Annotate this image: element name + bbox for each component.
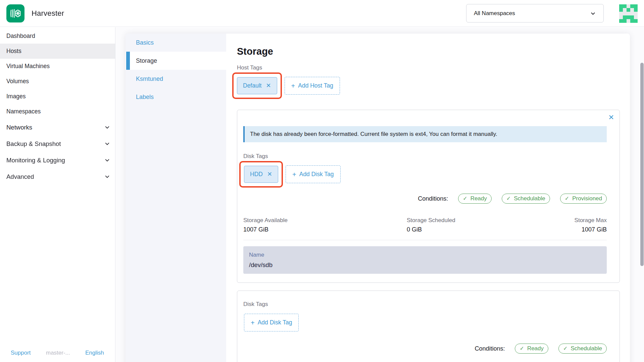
check-icon: ✓ xyxy=(506,195,511,202)
stat-storage-max: Storage Max 1007 GiB xyxy=(575,217,607,233)
language-link[interactable]: English xyxy=(85,350,104,356)
sidebar-group-monitoring-logging[interactable]: Monitoring & Logging xyxy=(0,152,115,168)
sidebar-footer: Support master-... English xyxy=(0,350,115,356)
add-host-tag-button[interactable]: + Add Host Tag xyxy=(285,77,340,95)
tab-label: Labels xyxy=(136,94,154,101)
disk-format-banner: The disk has already been force-formatte… xyxy=(243,126,607,142)
stat-storage-available: Storage Available 1007 GiB xyxy=(243,217,288,233)
sidebar-group-label: Advanced xyxy=(6,173,34,180)
stat-label: Storage Max xyxy=(575,217,607,224)
disk-card-2: Disk Tags + Add Disk Tag Conditions: ✓ R… xyxy=(237,291,620,362)
sidebar-item-label: Namespaces xyxy=(6,108,41,115)
disk-tag-chip-hdd[interactable]: HDD ✕ xyxy=(244,166,278,183)
sidebar-item-label: Virtual Machines xyxy=(6,63,50,70)
annotation-highlight-host-tag: Default ✕ xyxy=(232,72,282,99)
sidebar-item-volumes[interactable]: Volumes xyxy=(0,74,115,89)
harvester-logo-icon xyxy=(6,4,24,22)
sidebar-item-label: Dashboard xyxy=(6,33,35,40)
close-icon[interactable]: ✕ xyxy=(608,113,614,121)
support-link[interactable]: Support xyxy=(11,350,31,356)
annotation-highlight-disk-tag: HDD ✕ xyxy=(239,161,283,188)
tab-ksmtuned[interactable]: Ksmtuned xyxy=(126,70,226,88)
condition-badge-provisioned: ✓ Provisioned xyxy=(560,194,607,204)
storage-stats: Storage Available 1007 GiB Storage Sched… xyxy=(243,217,607,233)
tab-label: Basics xyxy=(136,39,154,46)
plus-icon: + xyxy=(292,171,296,177)
disk-tags-label: Disk Tags xyxy=(243,153,607,160)
storage-content: Storage Host Tags Default ✕ + Add Host T… xyxy=(226,34,630,362)
namespace-selector[interactable]: All Namespaces xyxy=(466,4,604,22)
tag-label: HDD xyxy=(250,171,263,178)
host-tag-chip-default[interactable]: Default ✕ xyxy=(237,77,277,94)
sidebar-group-label: Backup & Snapshot xyxy=(6,140,61,148)
condition-badge-schedulable: ✓ Schedulable xyxy=(502,194,550,204)
host-subnav: Basics Storage Ksmtuned Labels xyxy=(126,34,226,362)
badge-label: Ready xyxy=(527,345,544,352)
conditions-label: Conditions: xyxy=(418,195,448,202)
sidebar-group-networks[interactable]: Networks xyxy=(0,119,115,136)
badge-label: Schedulable xyxy=(514,195,545,202)
version-label: master-... xyxy=(46,350,70,356)
sidebar-item-label: Volumes xyxy=(6,78,29,85)
sidebar-item-virtual-machines[interactable]: Virtual Machines xyxy=(0,59,115,74)
condition-badge-schedulable: ✓ Schedulable xyxy=(558,344,607,354)
stat-value: 1007 GiB xyxy=(243,226,288,233)
condition-badge-ready: ✓ Ready xyxy=(515,344,548,354)
sidebar-item-images[interactable]: Images xyxy=(0,89,115,104)
sidebar-item-dashboard[interactable]: Dashboard xyxy=(0,29,115,44)
chevron-down-icon xyxy=(104,141,110,147)
disk-tags-label: Disk Tags xyxy=(243,301,607,308)
app-header: Harvester All Namespaces xyxy=(0,0,644,27)
app-title: Harvester xyxy=(32,9,64,18)
conditions-label: Conditions: xyxy=(475,345,505,352)
tab-label: Ksmtuned xyxy=(136,75,163,83)
sidebar: Dashboard Hosts Virtual Machines Volumes… xyxy=(0,27,115,362)
chevron-down-icon xyxy=(104,174,110,179)
add-button-label: Add Disk Tag xyxy=(299,171,334,178)
plus-icon: + xyxy=(251,320,255,326)
condition-badge-ready: ✓ Ready xyxy=(458,194,492,204)
add-button-label: Add Disk Tag xyxy=(258,319,292,326)
chevron-down-icon xyxy=(104,124,110,130)
sidebar-item-namespaces[interactable]: Namespaces xyxy=(0,104,115,119)
add-disk-tag-button[interactable]: + Add Disk Tag xyxy=(286,165,340,183)
conditions-row: Conditions: ✓ Ready ✓ Schedulable xyxy=(243,344,607,354)
sidebar-item-hosts[interactable]: Hosts xyxy=(0,44,115,59)
tab-basics[interactable]: Basics xyxy=(126,34,226,52)
check-icon: ✓ xyxy=(463,195,467,202)
name-field-label: Name xyxy=(249,251,601,258)
sidebar-group-label: Networks xyxy=(6,124,32,131)
tag-label: Default xyxy=(243,82,261,89)
name-field-value: /dev/sdb xyxy=(249,261,601,269)
namespace-selector-value: All Namespaces xyxy=(474,10,515,17)
badge-label: Provisioned xyxy=(572,195,602,202)
add-disk-tag-button[interactable]: + Add Disk Tag xyxy=(244,314,299,331)
disk-name-field: Name /dev/sdb xyxy=(243,246,607,274)
chevron-down-icon xyxy=(590,10,596,16)
stat-label: Storage Scheduled xyxy=(407,217,455,224)
tab-storage[interactable]: Storage xyxy=(126,52,226,70)
page-title: Storage xyxy=(237,46,620,57)
sidebar-item-label: Hosts xyxy=(6,48,21,55)
tab-labels[interactable]: Labels xyxy=(126,88,226,106)
add-button-label: Add Host Tag xyxy=(298,82,333,89)
sidebar-item-label: Images xyxy=(6,93,26,100)
host-tags-label: Host Tags xyxy=(237,64,620,71)
user-avatar[interactable] xyxy=(619,4,638,23)
check-icon: ✓ xyxy=(565,195,569,202)
check-icon: ✓ xyxy=(563,345,567,352)
host-edit-panel: Basics Storage Ksmtuned Labels Storage H… xyxy=(126,34,630,362)
stat-storage-scheduled: Storage Scheduled 0 GiB xyxy=(407,217,455,233)
conditions-row: Conditions: ✓ Ready ✓ Schedulable ✓ Prov… xyxy=(243,194,607,204)
sidebar-group-backup-snapshot[interactable]: Backup & Snapshot xyxy=(0,136,115,152)
chevron-down-icon xyxy=(104,157,110,163)
divider xyxy=(243,240,607,240)
scrollbar[interactable] xyxy=(640,63,644,266)
badge-label: Schedulable xyxy=(571,345,602,352)
remove-tag-icon[interactable]: ✕ xyxy=(267,171,272,178)
sidebar-group-advanced[interactable]: Advanced xyxy=(0,168,115,185)
check-icon: ✓ xyxy=(519,345,524,352)
remove-tag-icon[interactable]: ✕ xyxy=(266,82,271,89)
disk-card-sdb: ✕ The disk has already been force-format… xyxy=(237,110,620,283)
stat-value: 1007 GiB xyxy=(575,226,607,233)
